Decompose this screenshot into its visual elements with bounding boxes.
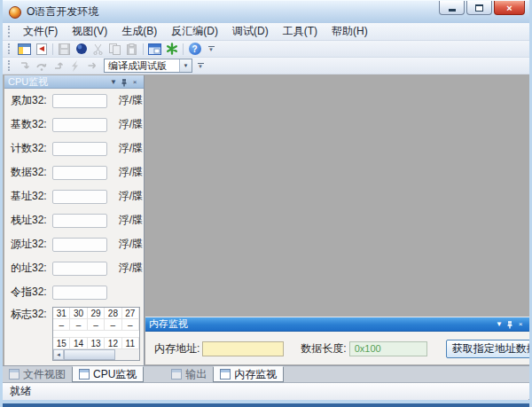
toolbar-grip[interactable] [8, 60, 12, 72]
step-out-icon[interactable] [50, 59, 66, 74]
tab-cpu-monitor[interactable]: CPU监视 [72, 366, 144, 382]
register-row: 数据32: 浮/牒 [4, 160, 144, 184]
toolbar-separator [52, 43, 53, 55]
panel-menu-icon[interactable]: ▼ [494, 318, 505, 330]
menu-debug[interactable]: 调试(D) [225, 22, 276, 41]
pin-icon[interactable] [505, 319, 515, 329]
status-text: 就绪 [10, 384, 31, 399]
register-input-edx[interactable] [52, 166, 107, 180]
register-format-toggle[interactable]: 浮/牒 [119, 189, 144, 204]
debug-toolbar: 编译成调试版 ▼ ▼ [3, 58, 529, 74]
cpu-monitor-panel: CPU监视 ▼ × 累加32: 浮/牒 基数32: 浮/牒 计数32: 浮 [4, 75, 145, 365]
debug-icon[interactable] [163, 42, 180, 57]
menu-build[interactable]: 生成(B) [114, 22, 164, 41]
build-config-combo[interactable]: 编译成调试版 ▼ [104, 59, 192, 73]
register-row: 的址32: 浮/牒 [4, 256, 144, 280]
scrollbar-track[interactable] [64, 349, 139, 360]
flag-bits-high-row: 31 30 29 28 27 [53, 308, 139, 319]
register-input-eax[interactable] [52, 94, 107, 108]
close-button[interactable]: × [494, 1, 525, 15]
help-button[interactable]: ? [186, 42, 203, 57]
register-input-ebx[interactable] [52, 118, 107, 132]
run-to-cursor-icon[interactable] [83, 59, 100, 74]
fetch-memory-button[interactable]: 获取指定地址数据在数据区 [446, 340, 529, 358]
flags-row: 标志32: 31 30 29 28 27 – – – – – [4, 307, 144, 361]
pin-icon[interactable] [119, 77, 129, 87]
tab-label: CPU监视 [93, 367, 137, 382]
tab-label: 文件视图 [23, 367, 66, 382]
register-label: 令指32: [11, 285, 52, 300]
flag-value-cell: – [88, 319, 105, 331]
toolbar-separator [143, 43, 144, 55]
minimize-button[interactable] [439, 1, 465, 15]
register-row: 源址32: 浮/牒 [4, 232, 144, 256]
app-logo-icon [9, 6, 21, 19]
toolbar-grip[interactable] [8, 43, 12, 55]
scroll-left-icon[interactable]: ◄ [53, 349, 64, 360]
cut-icon[interactable] [90, 42, 106, 57]
register-input-ebp[interactable] [52, 190, 107, 204]
menubar-grip[interactable] [8, 26, 12, 37]
copy-icon[interactable] [106, 42, 123, 57]
register-format-toggle[interactable]: 浮/牒 [119, 165, 144, 180]
memory-address-input[interactable] [202, 341, 284, 356]
toolbar-overflow-button[interactable]: ▼ [195, 63, 206, 69]
register-row: 基址32: 浮/牒 [4, 184, 144, 208]
flags-horizontal-scrollbar[interactable]: ◄ [53, 349, 139, 360]
menu-file[interactable]: 文件(F) [16, 22, 65, 41]
step-into-icon[interactable] [16, 59, 33, 74]
data-length-input[interactable] [349, 341, 427, 356]
maximize-button[interactable] [466, 1, 492, 15]
tab-memory-monitor[interactable]: 内存监视 [213, 366, 284, 382]
register-format-toggle[interactable]: 浮/牒 [119, 213, 144, 228]
register-label: 计数32: [11, 141, 52, 156]
cpu-panel-header[interactable]: CPU监视 ▼ × [4, 75, 144, 89]
memory-monitor-panel: 内存监视 ▼ × 内存地址: 数据长度: 获取指定地址数据在数据区 [145, 317, 529, 364]
register-format-toggle[interactable]: 浮/牒 [119, 261, 144, 276]
menu-view[interactable]: 视图(V) [65, 22, 114, 41]
open-icon[interactable] [33, 42, 50, 57]
register-format-toggle[interactable]: 浮/牒 [119, 141, 144, 156]
flag-bit-cell: 31 [53, 308, 70, 319]
register-input-esi[interactable] [52, 238, 107, 252]
memory-address-label: 内存地址: [154, 341, 200, 356]
register-format-toggle[interactable]: 浮/牒 [119, 237, 144, 252]
close-icon: × [506, 3, 512, 13]
toolbar-overflow-button[interactable]: ▼ [206, 46, 216, 52]
paste-icon[interactable] [123, 42, 140, 57]
register-input-edi[interactable] [52, 262, 107, 276]
titlebar: O语言开发环境 × [0, 0, 532, 23]
close-icon[interactable]: × [515, 318, 526, 330]
chevron-down-icon: ▼ [198, 65, 203, 69]
panel-menu-icon[interactable]: ▼ [108, 76, 119, 88]
menu-help[interactable]: 帮助(H) [325, 22, 375, 41]
tab-file-view[interactable]: 文件视图 [3, 366, 72, 382]
tab-output[interactable]: 输出 [165, 366, 213, 382]
chevron-down-icon[interactable]: ▼ [179, 59, 192, 72]
flag-value-cell: – [53, 319, 70, 331]
register-label: 数据32: [11, 165, 52, 180]
save-icon[interactable] [56, 42, 73, 57]
menu-tools[interactable]: 工具(T) [276, 22, 325, 41]
cascade-windows-icon[interactable] [146, 42, 163, 57]
register-input-ecx[interactable] [52, 142, 107, 156]
register-input-esp[interactable] [52, 214, 107, 228]
app-window: O语言开发环境 × 文件(F) 视图(V) 生成(B) 反汇编(D) 调试(D)… [0, 0, 532, 407]
close-icon[interactable]: × [129, 76, 140, 88]
flag-value-cell: – [70, 319, 87, 331]
register-format-toggle[interactable]: 浮/牒 [119, 93, 144, 108]
register-format-toggle[interactable]: 浮/牒 [119, 117, 144, 132]
flag-bit-cell: 15 [53, 338, 70, 349]
register-label: 累加32: [11, 93, 52, 108]
menubar: 文件(F) 视图(V) 生成(B) 反汇编(D) 调试(D) 工具(T) 帮助(… [3, 23, 529, 41]
memory-panel-header[interactable]: 内存监视 ▼ × [145, 317, 529, 332]
new-window-icon[interactable] [16, 42, 33, 57]
step-over-icon[interactable] [33, 59, 50, 74]
register-label: 的址32: [11, 261, 52, 276]
run-icon[interactable] [66, 59, 83, 74]
register-label: 栈址32: [11, 213, 52, 228]
scrollbar-thumb[interactable] [64, 349, 115, 360]
menu-disassembly[interactable]: 反汇编(D) [164, 22, 225, 41]
compile-icon[interactable] [73, 42, 90, 57]
register-input-eip[interactable] [52, 286, 107, 300]
